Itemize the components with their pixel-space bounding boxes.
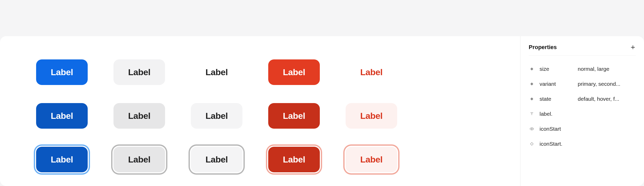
button-row-hover: Label Label Label Label Label (36, 103, 505, 129)
diamond-filled-icon (529, 66, 535, 72)
top-toolbar (0, 0, 644, 36)
button-row-focus: Label Label Label Label Label (36, 147, 505, 172)
text-icon (529, 111, 535, 117)
property-key: state (540, 96, 573, 102)
add-property-icon[interactable] (630, 44, 636, 50)
svg-rect-0 (530, 67, 533, 70)
canvas: Label Label Label Label Label Label Labe… (0, 36, 520, 186)
property-iconstart-instance[interactable]: iconStart. (529, 138, 636, 150)
property-key: variant (540, 81, 573, 87)
button-danger-hover[interactable]: Label (268, 103, 320, 129)
property-key: iconStart. (540, 141, 573, 147)
button-danger-ghost-hover[interactable]: Label (346, 103, 397, 129)
property-key: size (540, 66, 573, 72)
button-primary-default[interactable]: Label (36, 59, 88, 85)
button-secondary-default[interactable]: Label (113, 59, 165, 85)
button-ghost-hover[interactable]: Label (191, 103, 242, 129)
property-key: label. (540, 111, 573, 117)
button-ghost-default[interactable]: Label (191, 59, 242, 85)
button-danger-focus[interactable]: Label (268, 147, 320, 172)
property-key: iconStart (540, 126, 573, 132)
svg-rect-2 (530, 97, 533, 100)
property-variant[interactable]: variant primary, second... (529, 78, 636, 90)
button-row-default: Label Label Label Label Label (36, 59, 505, 85)
button-secondary-focus[interactable]: Label (113, 147, 165, 172)
button-ghost-focus[interactable]: Label (191, 147, 242, 172)
button-secondary-hover[interactable]: Label (113, 103, 165, 129)
button-danger-ghost-default[interactable]: Label (346, 59, 397, 85)
button-primary-hover[interactable]: Label (36, 103, 88, 129)
properties-panel: Properties size normal, large variant pr… (520, 36, 644, 186)
property-label[interactable]: label. (529, 108, 636, 120)
eye-icon (529, 126, 535, 132)
diamond-filled-icon (529, 96, 535, 102)
property-iconstart-bool[interactable]: iconStart (529, 123, 636, 135)
property-value: primary, second... (578, 81, 620, 87)
svg-rect-4 (530, 142, 533, 145)
diamond-outline-icon (529, 141, 535, 147)
svg-rect-1 (530, 82, 533, 85)
button-primary-focus[interactable]: Label (36, 147, 88, 172)
property-value: default, hover, f... (578, 96, 619, 102)
property-size[interactable]: size normal, large (529, 63, 636, 75)
property-value: normal, large (578, 66, 609, 72)
properties-title: Properties (529, 44, 557, 51)
svg-point-3 (531, 128, 532, 129)
button-danger-ghost-focus[interactable]: Label (346, 147, 397, 172)
property-state[interactable]: state default, hover, f... (529, 93, 636, 105)
button-danger-default[interactable]: Label (268, 59, 320, 85)
diamond-filled-icon (529, 81, 535, 87)
